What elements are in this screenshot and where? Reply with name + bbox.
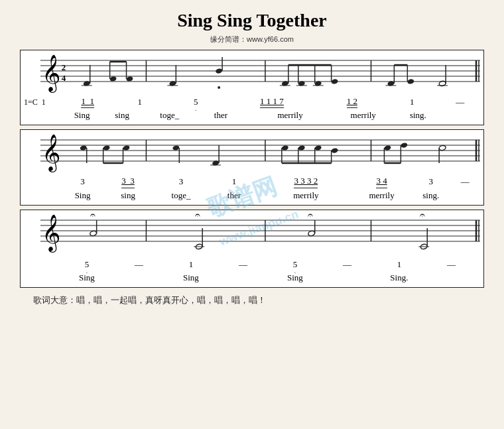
- num-notation-3: 5 — 1 — 5 — 1 —: [21, 257, 483, 272]
- page: Sing Sing Together 缘分简谱：www.yf66.com 歌谱网…: [0, 0, 504, 429]
- svg-point-77: [331, 148, 338, 154]
- page-title: Sing Sing Together: [20, 10, 484, 31]
- note-dash: —: [110, 259, 168, 271]
- staff-svg-3: 𝄞 𝄐 𝄐 𝄐 𝄐: [21, 210, 483, 257]
- lyric-word: Sing: [272, 272, 318, 284]
- note-cell: 1 1 1 7: [224, 95, 320, 108]
- note-cell: 1 1: [64, 95, 111, 108]
- lyric-word: toge_: [144, 109, 195, 121]
- lyrics-2: Sing sing toge_ ther merrily merrily sin…: [21, 190, 483, 205]
- svg-text:𝄐: 𝄐: [195, 210, 200, 220]
- lyric-word: sing: [100, 109, 144, 121]
- num-notation-1: 1=C 1 1 1 1 5 1 1 1 7 1 2 1 —: [21, 93, 483, 109]
- note-cell: 5: [64, 259, 110, 271]
- subtitle: 缘分简谱：www.yf66.com: [20, 34, 484, 44]
- note-cell: 1: [384, 96, 440, 108]
- note-cell: 3: [64, 176, 101, 188]
- note-cell: 1: [111, 96, 168, 108]
- lyric-word: ther: [208, 190, 261, 202]
- svg-point-105: [308, 230, 315, 236]
- svg-point-16: [109, 76, 117, 82]
- svg-point-66: [172, 145, 180, 151]
- key-indicator: 1=C 1: [24, 97, 64, 108]
- lyric-word: sing.: [412, 190, 450, 202]
- svg-point-24: [215, 68, 222, 74]
- svg-point-85: [438, 145, 446, 151]
- note-cell: 3: [412, 176, 450, 188]
- lyric-word: sing.: [393, 109, 444, 121]
- svg-point-63: [123, 145, 130, 151]
- svg-text:4: 4: [62, 73, 66, 83]
- svg-text:𝄞: 𝄞: [42, 214, 60, 253]
- staff-svg-1: 𝄞 2 4: [21, 50, 483, 93]
- lyric-word: Sing: [64, 109, 100, 121]
- note-dash: —: [440, 96, 480, 108]
- staff-section-1: 𝄞 2 4: [20, 50, 484, 125]
- svg-point-82: [401, 143, 408, 149]
- svg-point-80: [384, 145, 391, 151]
- svg-text:𝄞: 𝄞: [42, 54, 60, 93]
- lyric-word: merrily: [334, 109, 393, 121]
- note-cell: 3 4: [351, 175, 412, 188]
- lyrics-1: Sing sing toge_ ther merrily merrily sin…: [21, 109, 483, 125]
- lyric-word: sing: [101, 190, 155, 202]
- note-cell: 1: [168, 259, 214, 271]
- note-dash: —: [214, 259, 272, 271]
- lyric-word: ther: [195, 109, 246, 121]
- svg-point-61: [103, 145, 110, 151]
- svg-text:𝄐: 𝄐: [308, 210, 313, 220]
- svg-point-36: [331, 78, 338, 84]
- svg-point-71: [281, 145, 288, 151]
- svg-point-75: [314, 145, 322, 151]
- lyric-word: Sing: [64, 272, 110, 284]
- svg-text:2: 2: [62, 62, 66, 72]
- note-cell: 3 3 3 2: [261, 175, 351, 188]
- lyric-word: merrily: [246, 109, 334, 121]
- note-cell: 1: [208, 176, 261, 188]
- lyric-word: merrily: [351, 190, 412, 202]
- note-dash: —: [422, 259, 480, 271]
- lyric-word: toge_: [155, 190, 208, 202]
- svg-text:𝄐: 𝄐: [90, 210, 95, 220]
- svg-point-73: [298, 145, 305, 151]
- staff-svg-2: 𝄞: [21, 130, 483, 173]
- svg-text:𝄐: 𝄐: [420, 210, 425, 220]
- svg-point-42: [407, 78, 414, 84]
- note-cell: 1 2: [320, 95, 384, 108]
- note-cell: 5: [168, 96, 224, 108]
- note-dash: —: [318, 259, 376, 271]
- svg-text:𝄞: 𝄞: [42, 134, 60, 172]
- svg-point-26: [218, 86, 220, 89]
- svg-point-18: [126, 76, 133, 82]
- footer-text: 歌词大意：唱，唱，一起唱，真呀真开心，唱，唱，唱，唱！: [20, 294, 484, 306]
- svg-point-98: [90, 230, 97, 236]
- lyrics-3: Sing Sing Sing Sing.: [21, 272, 483, 287]
- lyric-word: Sing: [64, 190, 101, 202]
- svg-point-59: [80, 145, 87, 151]
- num-notation-2: 3 3 3 3 1 3 3 3 2 3 4 3 —: [21, 173, 483, 189]
- lyric-word: Sing.: [376, 272, 422, 284]
- staff-section-3: 𝄞 𝄐 𝄐 𝄐 𝄐: [20, 210, 484, 288]
- note-cell: 1: [376, 259, 422, 271]
- note-dash: —: [450, 176, 480, 188]
- note-cell: 5: [272, 259, 318, 271]
- lyric-word: merrily: [261, 190, 351, 202]
- note-cell: 3 3: [101, 175, 155, 188]
- note-cell: 3: [155, 176, 208, 188]
- staff-section-2: 𝄞: [20, 129, 484, 205]
- lyric-word: Sing: [168, 272, 214, 284]
